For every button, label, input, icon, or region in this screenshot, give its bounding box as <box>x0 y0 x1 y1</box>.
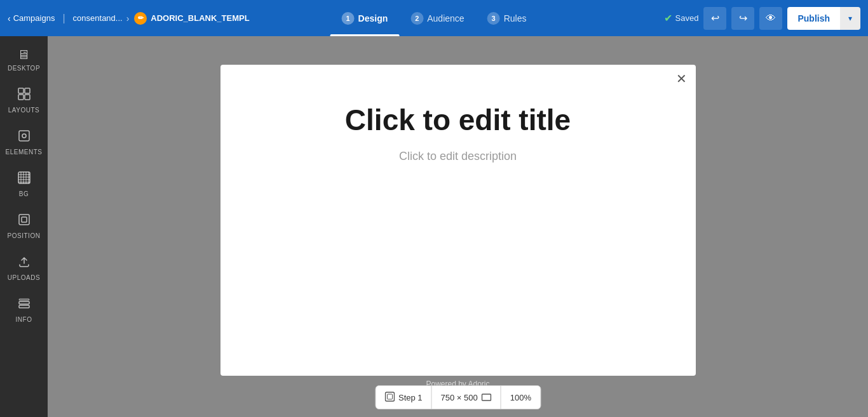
position-icon <box>17 213 31 230</box>
campaigns-label[interactable]: Campaigns <box>13 13 55 23</box>
redo-button[interactable]: ↪ <box>731 7 754 30</box>
saved-status: ✔ Saved <box>664 12 699 24</box>
layouts-icon <box>17 87 31 104</box>
bottom-status-bar: Step 1 750 × 500 100% <box>375 385 541 409</box>
breadcrumb-label: consentand... <box>73 13 123 23</box>
svg-rect-4 <box>19 131 29 141</box>
sidebar-bg-label: BG <box>19 190 29 197</box>
svg-rect-21 <box>387 394 392 399</box>
svg-rect-19 <box>19 299 29 300</box>
step-label: Step 1 <box>398 393 423 402</box>
top-navbar: ‹ Campaigns | consentand... › ✏ ADORIC_B… <box>0 0 868 36</box>
svg-rect-15 <box>19 215 29 225</box>
canvas-area: ✕ Click to edit title Click to edit desc… <box>48 36 868 417</box>
breadcrumb-item[interactable]: consentand... › <box>73 13 130 23</box>
sidebar-item-position[interactable]: POSITION <box>3 206 46 246</box>
sidebar-desktop-label: DESKTOP <box>8 65 40 72</box>
tab-rules-label: Rules <box>504 13 527 23</box>
saved-check-icon: ✔ <box>664 12 672 24</box>
svg-rect-17 <box>19 305 29 308</box>
tab-audience-num: 2 <box>410 12 423 25</box>
tab-design-num: 1 <box>342 12 355 25</box>
popup-modal[interactable]: ✕ Click to edit title Click to edit desc… <box>220 65 696 376</box>
sidebar-uploads-label: UPLOADS <box>8 274 40 281</box>
template-name: ADORIC_BLANK_TEMPL <box>151 13 249 23</box>
nav-right-controls: ✔ Saved ↩ ↪ 👁 Publish ▾ <box>664 7 860 30</box>
size-icon <box>482 392 492 403</box>
back-chevron-icon: ‹ <box>8 13 11 23</box>
sidebar-item-layouts[interactable]: LAYOUTS <box>3 81 46 120</box>
size-label: 750 × 500 <box>441 393 478 402</box>
svg-rect-20 <box>385 392 394 401</box>
elements-icon <box>17 129 31 146</box>
uploads-icon <box>17 255 31 272</box>
sidebar-elements-label: ELEMENTS <box>6 149 43 156</box>
sidebar-position-label: POSITION <box>8 232 41 239</box>
sidebar-item-desktop[interactable]: 🖥 DESKTOP <box>3 41 46 78</box>
publish-dropdown-button[interactable]: ▾ <box>840 7 860 30</box>
svg-rect-3 <box>25 95 30 100</box>
sidebar-item-uploads[interactable]: UPLOADS <box>3 248 46 288</box>
nav-tabs: 1 Design 2 Audience 3 Rules <box>330 0 538 36</box>
tab-design[interactable]: 1 Design <box>330 0 400 36</box>
publish-button-group: Publish ▾ <box>787 7 860 30</box>
svg-rect-0 <box>18 88 24 93</box>
sidebar-item-bg[interactable]: BG <box>3 164 46 204</box>
dropdown-chevron-icon: ▾ <box>848 14 852 23</box>
svg-rect-18 <box>19 301 29 304</box>
template-info: ✏ ADORIC_BLANK_TEMPL <box>134 12 249 25</box>
svg-rect-6 <box>18 172 30 183</box>
breadcrumb-chevron-icon: › <box>126 13 130 23</box>
svg-rect-2 <box>18 95 24 100</box>
undo-icon: ↩ <box>711 12 719 24</box>
popup-content: Click to edit title Click to edit descri… <box>220 65 696 189</box>
tab-audience-label: Audience <box>427 13 464 23</box>
desktop-icon: 🖥 <box>17 48 31 62</box>
svg-rect-1 <box>25 88 30 93</box>
tab-design-label: Design <box>358 13 388 23</box>
step-icon <box>384 392 395 404</box>
zoom-control[interactable]: 100% <box>501 388 540 407</box>
popup-close-button[interactable]: ✕ <box>676 72 687 85</box>
nav-separator-1: | <box>62 13 65 24</box>
preview-button[interactable]: 👁 <box>759 7 782 30</box>
step-selector[interactable]: Step 1 <box>376 387 431 409</box>
info-icon <box>17 296 31 314</box>
publish-main-button[interactable]: Publish <box>787 8 840 29</box>
popup-title[interactable]: Click to edit title <box>345 103 571 137</box>
svg-rect-22 <box>482 394 491 400</box>
tab-rules-num: 3 <box>487 12 500 25</box>
eye-icon: 👁 <box>766 13 776 24</box>
saved-label: Saved <box>675 13 699 23</box>
sidebar-item-elements[interactable]: ELEMENTS <box>3 122 46 162</box>
sidebar-info-label: INFO <box>16 316 32 323</box>
undo-button[interactable]: ↩ <box>703 7 726 30</box>
campaigns-back-button[interactable]: ‹ Campaigns <box>8 13 55 23</box>
main-area: 🖥 DESKTOP LAYOUTS ELEMENTS <box>0 36 868 417</box>
sidebar-item-info[interactable]: INFO <box>3 290 46 329</box>
svg-rect-16 <box>22 217 27 222</box>
svg-point-5 <box>22 134 26 138</box>
tab-audience[interactable]: 2 Audience <box>399 0 475 36</box>
tab-rules[interactable]: 3 Rules <box>476 0 538 36</box>
popup-description[interactable]: Click to edit description <box>399 150 517 163</box>
redo-icon: ↪ <box>739 12 747 24</box>
bg-icon <box>17 171 31 188</box>
template-edit-icon: ✏ <box>134 12 147 25</box>
popup-wrapper: ✕ Click to edit title Click to edit desc… <box>220 65 696 388</box>
size-display[interactable]: 750 × 500 <box>432 387 501 408</box>
sidebar-layouts-label: LAYOUTS <box>8 107 39 114</box>
left-sidebar: 🖥 DESKTOP LAYOUTS ELEMENTS <box>0 36 48 417</box>
